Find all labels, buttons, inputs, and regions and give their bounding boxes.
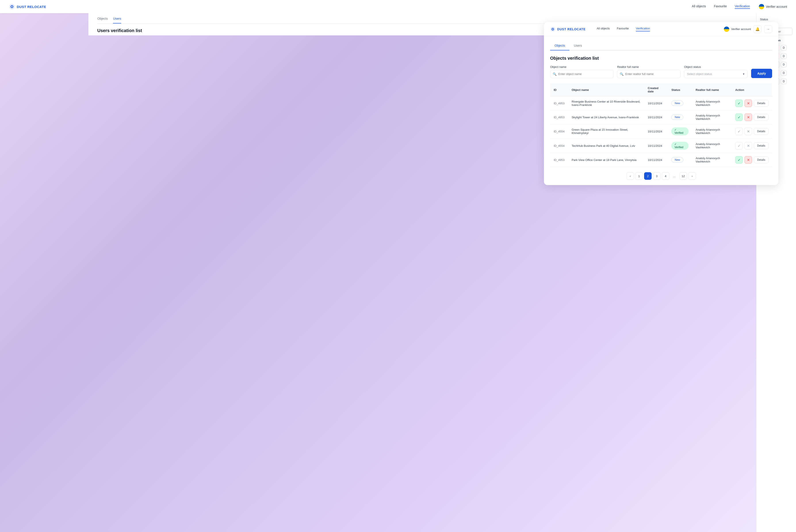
- cell-status: New: [668, 96, 692, 110]
- approve-btn[interactable]: ✓: [735, 113, 743, 121]
- apply-button[interactable]: Apply: [751, 69, 772, 78]
- details-btn[interactable]: Details: [754, 142, 769, 149]
- approve-btn[interactable]: ✓: [735, 142, 743, 150]
- details-btn[interactable]: Details: [754, 156, 769, 163]
- card-nav-links: All objects Favourite Verification: [596, 27, 650, 32]
- rp-details-btn-5[interactable]: D: [781, 79, 787, 84]
- approve-btn[interactable]: ✓: [735, 99, 743, 107]
- object-name-input[interactable]: [550, 70, 613, 78]
- cell-created-date: 10/11/2024: [644, 124, 668, 139]
- card-nav-verification[interactable]: Verification: [636, 27, 650, 32]
- card-logo[interactable]: DUST RELOCATE: [550, 26, 586, 32]
- filters: Object name 🔍 Realtor full name 🔍 Object…: [550, 65, 772, 78]
- cell-status: ✓ Verified: [668, 139, 692, 153]
- bg-nav-links: All objects Favourite Verification: [692, 4, 750, 9]
- details-btn[interactable]: Details: [754, 128, 769, 135]
- tab-objects[interactable]: Objects: [550, 42, 569, 51]
- main-card: DUST RELOCATE All objects Favourite Veri…: [544, 22, 778, 185]
- prev-page-btn[interactable]: ‹: [626, 172, 634, 180]
- object-name-label: Object name: [550, 65, 613, 69]
- cell-realtor: Anatoly Arianovych Vashkevich: [692, 124, 732, 139]
- status-badge: ✓ Verified: [671, 127, 688, 135]
- card-verifier-label: Verifier account: [731, 27, 751, 31]
- svg-point-5: [552, 28, 553, 30]
- cell-realtor: Anatoly Arianovych Vashkevich: [692, 153, 732, 167]
- reject-btn[interactable]: ✕: [744, 156, 752, 164]
- realtor-input-wrap: 🔍: [617, 70, 681, 78]
- rp-details-btn-1[interactable]: D: [781, 45, 787, 51]
- search-icon: 🔍: [553, 72, 556, 76]
- rp-details-btn-3[interactable]: D: [781, 62, 787, 67]
- status-select[interactable]: Select object status New Verified: [684, 70, 747, 78]
- page-title: Objects verification list: [550, 56, 772, 61]
- realtor-label: Realtor full name: [617, 65, 681, 69]
- status-badge: ✓ Verified: [671, 142, 688, 150]
- table-wrap: ID Object name Created date Status Realt…: [550, 83, 772, 167]
- object-name-filter: Object name 🔍: [550, 65, 613, 78]
- logout-btn[interactable]: →: [764, 25, 772, 33]
- bg-logo[interactable]: DUST RELOCATE: [9, 3, 46, 10]
- page-btn-1[interactable]: 1: [635, 172, 643, 180]
- cell-object-name: Skylight Tower at 24 Liberty Avenue, Iva…: [568, 110, 644, 124]
- bg-tab-objects[interactable]: Objects: [97, 17, 108, 23]
- page-btn-12[interactable]: 12: [680, 172, 687, 180]
- page-btn-3[interactable]: 3: [653, 172, 661, 180]
- background-nav: DUST RELOCATE All objects Favourite Veri…: [0, 0, 796, 13]
- notification-btn[interactable]: 🔔: [754, 25, 761, 33]
- sub-tabs: Objects Users: [550, 42, 772, 51]
- page-btn-4[interactable]: 4: [662, 172, 669, 180]
- cell-created-date: 10/11/2024: [644, 139, 668, 153]
- approve-btn[interactable]: ✓: [735, 156, 743, 164]
- rp-details-btn-2[interactable]: D: [781, 54, 787, 59]
- bg-tab-users[interactable]: Users: [113, 17, 121, 23]
- reject-btn[interactable]: ✕: [744, 113, 752, 121]
- pagination-dots: ...: [671, 172, 678, 180]
- cell-id: ID_4953: [550, 110, 568, 124]
- action-buttons: ✓ ✕ Details: [735, 113, 769, 121]
- object-name-input-wrap: 🔍: [550, 70, 613, 78]
- ua-flag-icon: [759, 4, 764, 9]
- next-page-btn[interactable]: ›: [688, 172, 696, 180]
- card-nav-favourite[interactable]: Favourite: [617, 27, 629, 32]
- action-buttons: ✓ ✕ Details: [735, 142, 769, 150]
- bg-nav-favourite[interactable]: Favourite: [714, 4, 727, 9]
- cell-object-name: Green Square Plaza at 15 Innovation Stre…: [568, 124, 644, 139]
- page-btn-2[interactable]: 2: [644, 172, 651, 180]
- cell-action: ✓ ✕ Details: [732, 96, 772, 110]
- details-btn[interactable]: Details: [754, 114, 769, 120]
- bg-nav-all-objects[interactable]: All objects: [692, 4, 706, 9]
- table-row: ID_4554 Green Square Plaza at 15 Innovat…: [550, 124, 772, 139]
- action-buttons: ✓ ✕ Details: [735, 99, 769, 107]
- action-buttons: ✓ ✕ Details: [735, 156, 769, 164]
- col-id: ID: [550, 83, 568, 96]
- tab-users[interactable]: Users: [569, 42, 586, 51]
- status-select-wrap: Select object status New Verified ▼: [684, 70, 747, 78]
- cell-action: ✓ ✕ Details: [732, 139, 772, 153]
- bg-logo-text: DUST RELOCATE: [17, 5, 46, 8]
- realtor-input[interactable]: [617, 70, 681, 78]
- col-created-date: Created date: [644, 83, 668, 96]
- cell-status: New: [668, 153, 692, 167]
- card-content: Objects Users Objects verification list …: [544, 36, 778, 185]
- card-nav-right: Verifier account 🔔 →: [724, 25, 772, 33]
- col-object-name: Object name: [568, 83, 644, 96]
- cell-id: ID_4554: [550, 139, 568, 153]
- card-verifier: Verifier account: [724, 26, 751, 32]
- table-row: ID_4953 Park View Office Center at 18 Pa…: [550, 153, 772, 167]
- status-label: Object status: [684, 65, 747, 69]
- reject-btn[interactable]: ✕: [744, 142, 752, 150]
- rp-status-label: Status: [760, 18, 793, 21]
- status-badge: New: [671, 101, 683, 106]
- approve-btn[interactable]: ✓: [735, 128, 743, 135]
- action-buttons: ✓ ✕ Details: [735, 128, 769, 135]
- status-badge: New: [671, 157, 683, 163]
- bg-nav-verification[interactable]: Verification: [735, 4, 750, 9]
- cell-status: ✓ Verified: [668, 124, 692, 139]
- rp-details-btn-4[interactable]: D: [781, 70, 787, 76]
- reject-btn[interactable]: ✕: [744, 99, 752, 107]
- cell-status: New: [668, 110, 692, 124]
- cell-object-name: TechHub Business Park at 40 Digital Aven…: [568, 139, 644, 153]
- card-nav-all-objects[interactable]: All objects: [596, 27, 610, 32]
- reject-btn[interactable]: ✕: [744, 128, 752, 135]
- details-btn[interactable]: Details: [754, 100, 769, 107]
